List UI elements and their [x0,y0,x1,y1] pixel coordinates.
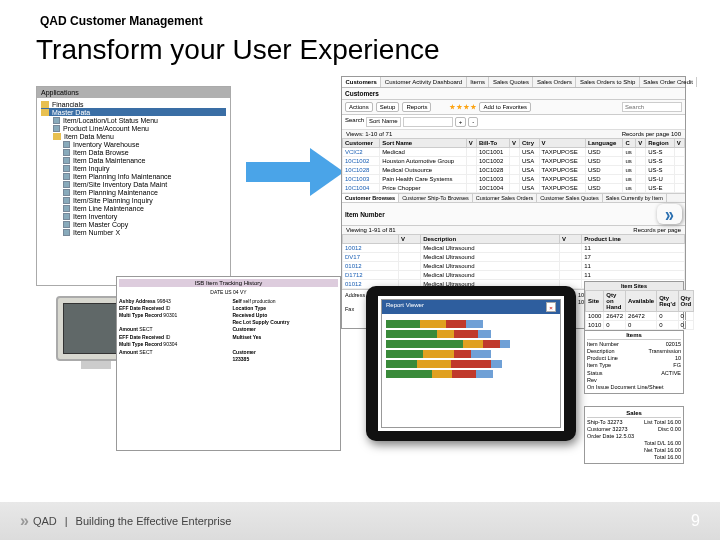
subtab[interactable]: Sales Currently by Item [603,194,667,202]
table-row[interactable]: 10C1028Medical Outsource10C1028USATAXPUP… [343,166,685,175]
tablet-chart [382,314,560,384]
report-subtitle: DATE US 04 VY [119,289,338,295]
item-icon [63,213,70,220]
tree-node[interactable]: Item Number X [41,228,226,236]
subtab[interactable]: Customer Browses [342,194,399,202]
legacy-tree-panel: Applications FinancialsMaster DataItem/L… [36,86,231,286]
main-tabs: CustomersCustomer Activity DashboardItem… [342,77,685,88]
col-header[interactable]: V [466,139,476,148]
sales-panel: Sales Ship-To 32273List Total 16.00Custo… [584,406,684,464]
col-header[interactable]: Language [585,139,623,148]
table-row[interactable]: DV17Medical Ultrasound17 [343,253,685,262]
footer-logo: »QAD [20,512,57,530]
slide-subtitle: QAD Customer Management [0,0,720,34]
col-header[interactable]: V [509,139,519,148]
tree-node[interactable]: Item Data Browse [41,148,226,156]
tree-node[interactable]: Inventory Warehouse [41,140,226,148]
tab-customers[interactable]: Customers [342,77,381,87]
col-header[interactable]: Region [646,139,675,148]
table-row[interactable]: 10C1003Pain Health Care Systems10C1003US… [343,175,685,184]
footer-separator: | [65,515,68,527]
item-icon [63,181,70,188]
setup-button[interactable]: Setup [376,102,400,112]
tree-node[interactable]: Item Planning Maintenance [41,188,226,196]
tablet-device: Report Viewer × [366,286,576,441]
filter-remove-button[interactable]: - [468,117,478,127]
item-icon [63,173,70,180]
table-row[interactable]: 10C1004Price Chopper10C1004USATAXPUPOSEU… [343,184,685,193]
page-number: 9 [691,512,700,530]
sales-panel-title: Sales [587,409,681,418]
item-icon [63,157,70,164]
tree-node[interactable]: Item/Location/Lot Status Menu [41,116,226,124]
col-header[interactable]: V [674,139,684,148]
close-icon[interactable]: × [546,302,556,312]
sub-tabs: Customer BrowsesCustomer Ship-To Browses… [342,193,685,203]
tree-node[interactable]: Item/Site Planning Inquiry [41,196,226,204]
qad-logo: » [657,204,682,224]
folder-icon [41,101,49,108]
tree-node[interactable]: Item/Site Inventory Data Maint [41,180,226,188]
item-icon [63,221,70,228]
filter-field[interactable]: Sort Name [366,117,401,127]
col-header[interactable]: V [636,139,646,148]
add-favorites-button[interactable]: Add to Favorites [479,102,531,112]
col-header[interactable]: Sort Name [380,139,467,148]
filter-label: Search [345,117,364,127]
col-header[interactable]: Bill-To [476,139,509,148]
items-panel: Items Item Number02015DescriptionTransmi… [584,328,684,394]
filter-row: Search Sort Name + - [342,115,685,130]
tab-sales-orders-to-ship[interactable]: Sales Orders to Ship [576,77,639,87]
col-header[interactable]: C [623,139,636,148]
footer: »QAD | Building the Effective Enterprise… [0,502,720,540]
tab-sales-order-credit[interactable]: Sales Order Credit [640,77,698,87]
subtab[interactable]: Customer Ship-To Browses [399,194,473,202]
tree-node[interactable]: Item Inventory [41,212,226,220]
tree-node[interactable]: Item Data Menu [41,132,226,140]
subtab[interactable]: Customer Sales Orders [473,194,537,202]
subtab[interactable]: Customer Sales Quotes [537,194,602,202]
tree-node[interactable]: Financials [41,100,226,108]
filter-input[interactable] [403,117,453,127]
tree-node[interactable]: Item Master Copy [41,220,226,228]
tab-sales-orders[interactable]: Sales Orders [533,77,576,87]
sub-pager-range: Viewing 1-91 of 81 [346,227,396,233]
filter-add-button[interactable]: + [455,117,467,127]
sub-pager-rpp: Records per page [633,227,681,233]
customer-grid[interactable]: CustomerSort NameVBill-ToVCtryVLanguageC… [342,138,685,193]
tablet-window-title: Report Viewer [386,302,424,312]
reports-button[interactable]: Reports [402,102,431,112]
slide-title: Transform your User Experience [0,34,720,76]
pager-rpp: Records per page 100 [622,131,681,137]
toolbar-actions: Actions Setup Reports Add to Favorites [342,100,685,115]
tab-sales-quotes[interactable]: Sales Quotes [489,77,533,87]
slide-content: Applications FinancialsMaster DataItem/L… [36,76,684,456]
favorites-stars-icon [449,104,476,110]
tree-node[interactable]: Product Line/Account Menu [41,124,226,132]
table-row[interactable]: 10C1002Houston Automotive Group10C1002US… [343,157,685,166]
table-row[interactable]: 10012Medical Ultrasound11 [343,244,685,253]
item-icon [63,165,70,172]
tree-node[interactable]: Item Inquiry [41,164,226,172]
table-row[interactable]: 01012Medical Ultrasound11 [343,262,685,271]
tree-node[interactable]: Item Data Maintenance [41,156,226,164]
table-row[interactable]: D1712Medical Ultrasound11 [343,271,685,280]
actions-button[interactable]: Actions [345,102,373,112]
item-sites-grid: Item Sites SiteQty on HandAvailableQty R… [584,281,684,331]
col-header[interactable]: V [539,139,585,148]
col-header[interactable]: Ctry [520,139,540,148]
item-header: Item Number [345,211,385,218]
folder-icon [41,109,49,116]
tree-node[interactable]: Item Planning Info Maintenance [41,172,226,180]
pager-range: Views: 1-10 of 71 [346,131,392,137]
tab-items[interactable]: Items [467,77,490,87]
item-icon [63,197,70,204]
tree-node[interactable]: Item Line Maintenance [41,204,226,212]
search-input[interactable] [622,102,682,112]
col-header[interactable]: Customer [343,139,380,148]
tab-customer-activity-dashboard[interactable]: Customer Activity Dashboard [381,77,466,87]
table-row[interactable]: VCIC2Medicad10C1001USATAXPUPOSEUSDusUS-S [343,148,685,157]
tree-node[interactable]: Master Data [41,108,226,116]
transform-arrow-icon [246,148,346,196]
items-panel-title: Items [587,331,681,340]
